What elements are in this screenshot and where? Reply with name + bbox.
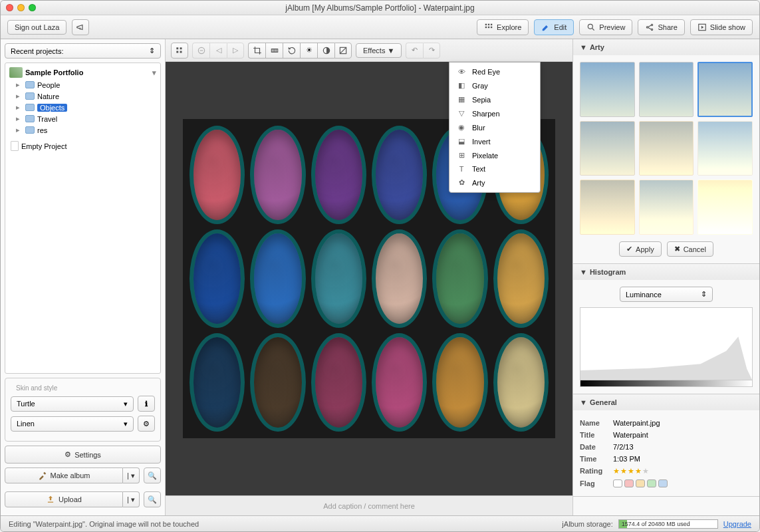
flag-swatch[interactable] — [613, 479, 622, 487]
app-window: jAlbum [My Albums/Sample Portfolio] - Wa… — [0, 0, 760, 532]
explore-button[interactable]: Explore — [477, 19, 529, 35]
sign-out-button[interactable]: Sign out Laza — [7, 20, 66, 35]
skin-select[interactable]: Turtle▾ — [11, 396, 134, 412]
effect-pixelate[interactable]: ⊞Pixelate — [449, 148, 540, 162]
tree-item-people[interactable]: ▸People — [5, 79, 160, 90]
effect-arty[interactable]: ✿Arty — [449, 176, 540, 190]
flag-swatch[interactable] — [647, 479, 656, 487]
make-album-dropdown[interactable]: | ▾ — [123, 467, 140, 483]
arty-thumb[interactable] — [639, 62, 694, 117]
effect-red-eye[interactable]: 👁Red Eye — [449, 65, 540, 78]
brightness-button[interactable]: ☀ — [300, 43, 317, 59]
editor-area: ◁ ▷ ☀ Effects ▼ ↶ ↷ � — [166, 39, 573, 515]
effect-gray[interactable]: ◧Gray — [449, 78, 540, 92]
arty-thumb[interactable] — [580, 180, 635, 235]
effect-icon: ▦ — [456, 95, 467, 104]
effects-button[interactable]: Effects ▼ — [356, 43, 402, 58]
upload-button[interactable]: Upload — [5, 491, 123, 507]
tree-item-objects[interactable]: ▸Objects — [5, 102, 160, 113]
tree-item-travel[interactable]: ▸Travel — [5, 113, 160, 124]
tree-item-nature[interactable]: ▸Nature — [5, 90, 160, 102]
arrow-left-icon: ◁ — [216, 46, 221, 55]
effect-sepia[interactable]: ▦Sepia — [449, 92, 540, 106]
arty-thumb[interactable] — [697, 62, 753, 117]
effect-text[interactable]: TText — [449, 162, 540, 176]
flag-swatch[interactable] — [636, 479, 645, 487]
album-root[interactable]: Sample Portfolio ▾ — [5, 66, 160, 79]
svg-point-8 — [652, 24, 653, 25]
contrast-button[interactable] — [317, 43, 334, 59]
effect-invert[interactable]: ⬓Invert — [449, 134, 540, 148]
cancel-button[interactable]: ✖Cancel — [667, 241, 713, 257]
effect-icon: 👁 — [456, 68, 467, 76]
check-icon: ✔ — [626, 245, 632, 253]
close-button[interactable] — [6, 4, 13, 11]
redo-icon: ↷ — [429, 46, 435, 55]
minimize-button[interactable] — [17, 4, 25, 11]
effect-icon: ◉ — [456, 123, 467, 132]
undo-button[interactable]: ↶ — [406, 43, 423, 59]
effect-sharpen[interactable]: ▽Sharpen — [449, 106, 540, 120]
upload-dropdown[interactable]: | ▾ — [123, 491, 140, 507]
caption-input[interactable]: Add caption / comment here — [166, 495, 572, 515]
histogram-section-header[interactable]: ▼Histogram — [573, 264, 759, 280]
recent-projects-select[interactable]: Recent projects: ⇕ — [5, 43, 161, 59]
style-select[interactable]: Linen▾ — [11, 416, 134, 432]
announce-button[interactable] — [72, 19, 89, 35]
magnifier-icon — [586, 23, 596, 32]
next-button[interactable]: ▷ — [227, 43, 244, 59]
style-settings-button[interactable]: ⚙ — [138, 416, 155, 432]
delete-button[interactable] — [192, 43, 209, 59]
arty-thumb[interactable] — [697, 180, 753, 235]
upgrade-link[interactable]: Upgrade — [723, 520, 751, 528]
tree-item-res[interactable]: ▸res — [5, 124, 160, 136]
arty-thumb[interactable] — [639, 121, 694, 176]
arty-thumb[interactable] — [580, 121, 635, 176]
crop-button[interactable] — [248, 43, 265, 59]
prop-name: Waterpaint.jpg — [613, 419, 660, 427]
rotate-button[interactable] — [283, 43, 300, 59]
slideshow-button[interactable]: Slide show — [690, 19, 753, 35]
levels-icon — [338, 46, 348, 55]
arty-thumb[interactable] — [639, 180, 694, 235]
folder-icon — [25, 126, 35, 134]
magnifier-icon: 🔍 — [148, 471, 157, 480]
zoom-button[interactable] — [29, 4, 36, 11]
triangle-icon: ▸ — [16, 126, 23, 134]
edit-button[interactable]: Edit — [534, 19, 574, 35]
straighten-button[interactable] — [265, 43, 283, 59]
effect-blur[interactable]: ◉Blur — [449, 120, 540, 134]
zoom-button-2[interactable]: 🔍 — [144, 491, 161, 507]
grid-view-button[interactable] — [171, 43, 188, 59]
share-button[interactable]: Share — [638, 19, 684, 35]
prev-button[interactable]: ◁ — [209, 43, 227, 59]
arty-thumb[interactable] — [697, 121, 753, 176]
triangle-icon: ▸ — [16, 103, 23, 112]
make-album-button[interactable]: Make album — [5, 467, 123, 483]
svg-point-6 — [588, 24, 593, 29]
flag-swatch[interactable] — [624, 479, 634, 487]
preview-button[interactable]: Preview — [579, 19, 632, 35]
apply-button[interactable]: ✔Apply — [619, 241, 662, 257]
window-title: jAlbum [My Albums/Sample Portfolio] - Wa… — [1, 3, 759, 13]
upload-icon — [46, 495, 55, 504]
folder-icon — [25, 115, 35, 122]
arty-section-header[interactable]: ▼Arty — [573, 39, 759, 55]
general-section-header[interactable]: ▼General — [573, 394, 759, 410]
empty-project[interactable]: Empty Project — [5, 140, 160, 152]
image-canvas: 👁Red Eye◧Gray▦Sepia▽Sharpen◉Blur⬓Invert⊞… — [166, 62, 572, 495]
histogram-channel-select[interactable]: Luminance⇕ — [620, 287, 713, 302]
triangle-icon: ▼ — [580, 268, 587, 276]
svg-rect-14 — [180, 51, 182, 53]
flag-swatch[interactable] — [658, 479, 668, 487]
arty-thumb[interactable] — [580, 62, 635, 117]
redo-button[interactable]: ↷ — [423, 43, 440, 59]
hammer-icon — [38, 471, 47, 480]
zoom-button-1[interactable]: 🔍 — [144, 467, 161, 483]
gradient-bar — [580, 380, 753, 387]
skin-info-button[interactable]: ℹ — [138, 396, 155, 412]
rating-stars[interactable]: ★★★★★ — [613, 467, 650, 475]
levels-button[interactable] — [334, 43, 352, 59]
settings-button[interactable]: ⚙ Settings — [5, 446, 161, 464]
effect-icon: ◧ — [456, 81, 467, 90]
